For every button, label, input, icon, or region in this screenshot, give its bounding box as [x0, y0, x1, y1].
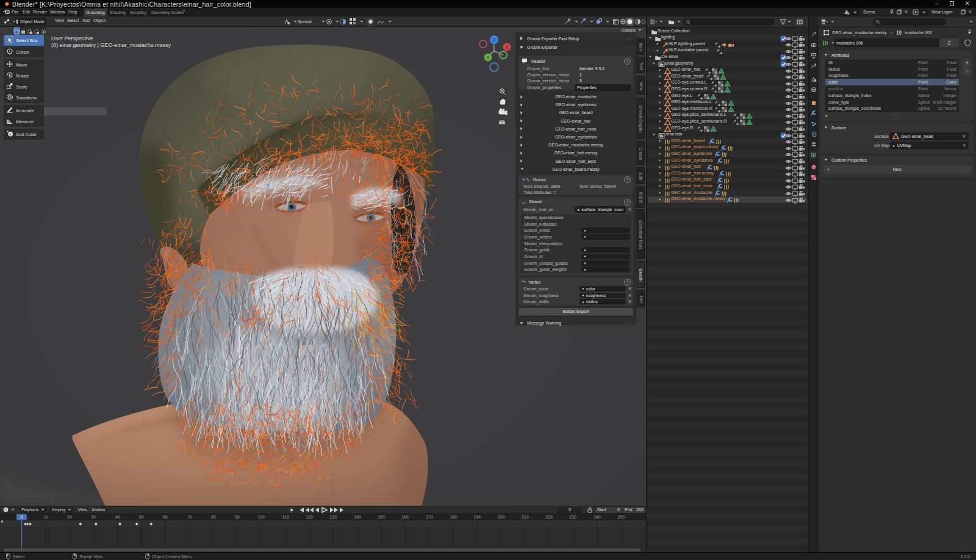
svg-text:120: 120: [306, 515, 313, 519]
svg-text:170: 170: [426, 515, 433, 519]
svg-text:10: 10: [43, 515, 48, 519]
svg-text:190: 190: [473, 515, 481, 519]
svg-text:140: 140: [354, 515, 361, 519]
svg-text:60: 60: [163, 515, 168, 519]
svg-text:90: 90: [235, 515, 240, 519]
svg-text:160: 160: [401, 515, 409, 519]
svg-text:0: 0: [21, 515, 23, 519]
svg-text:130: 130: [329, 515, 337, 519]
svg-text:250: 250: [617, 515, 625, 519]
svg-text:240: 240: [594, 515, 601, 519]
svg-text:20: 20: [67, 515, 72, 519]
svg-text:200: 200: [498, 515, 505, 519]
svg-text:180: 180: [450, 515, 457, 519]
svg-text:220: 220: [545, 515, 553, 519]
svg-text:50: 50: [139, 515, 144, 519]
svg-text:100: 100: [257, 515, 265, 519]
svg-text:70: 70: [187, 515, 192, 519]
svg-text:150: 150: [378, 515, 385, 519]
svg-text:210: 210: [522, 515, 529, 519]
svg-text:110: 110: [282, 515, 289, 519]
svg-text:80: 80: [211, 515, 216, 519]
svg-text:30: 30: [91, 515, 96, 519]
svg-text:40: 40: [115, 515, 120, 519]
svg-text:230: 230: [569, 515, 576, 519]
